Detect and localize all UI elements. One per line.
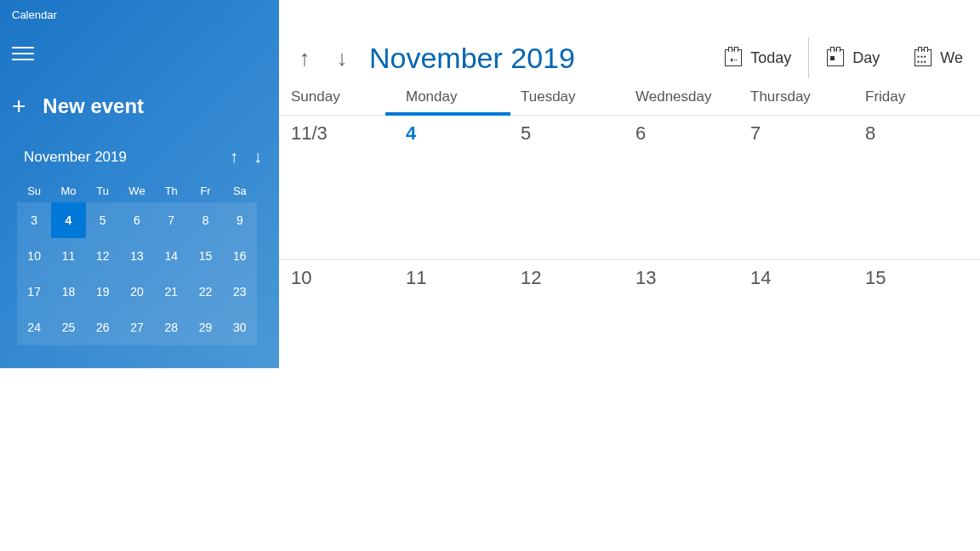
calendar-day-cell[interactable]: 10: [279, 260, 394, 368]
calendar-week-row: 11/345678: [279, 116, 980, 260]
weekday-header: Friday: [853, 82, 968, 115]
day-view-button[interactable]: Day: [809, 34, 897, 82]
mini-day-header: Su: [17, 179, 51, 202]
calendar-day-cell[interactable]: 14: [738, 260, 853, 368]
prev-month-icon[interactable]: ↑: [286, 45, 323, 71]
mini-day-cell[interactable]: 21: [154, 274, 188, 310]
mini-next-month-icon[interactable]: ↓: [254, 147, 262, 167]
mini-prev-month-icon[interactable]: ↑: [230, 147, 238, 167]
mini-day-cell[interactable]: 17: [17, 274, 51, 310]
calendar-day-cell[interactable]: 12: [509, 260, 624, 368]
weekday-header: Monday: [394, 82, 509, 115]
mini-day-cell[interactable]: 11: [51, 238, 85, 274]
mini-day-cell[interactable]: 20: [120, 274, 154, 310]
weekday-header-row: SundayMondayTuesdayWednesdayThursdayFrid…: [279, 82, 980, 116]
mini-day-cell[interactable]: 22: [188, 274, 222, 310]
app-title: Calendar: [0, 0, 279, 21]
new-event-button[interactable]: + New event: [12, 94, 279, 118]
mini-day-cell[interactable]: 14: [154, 238, 188, 274]
mini-day-cell[interactable]: 15: [188, 238, 222, 274]
weekday-header: Thursday: [738, 82, 853, 115]
weekday-header: Wednesday: [624, 82, 738, 115]
mini-calendar-title: November 2019: [24, 149, 127, 166]
mini-day-cell[interactable]: 4: [51, 202, 85, 238]
day-label: Day: [852, 49, 880, 67]
calendar-day-cell[interactable]: 8: [853, 116, 968, 259]
today-button[interactable]: ⇠ Today: [707, 34, 808, 82]
mini-day-header: Fr: [188, 179, 222, 202]
mini-day-cell[interactable]: 13: [120, 238, 154, 274]
mini-day-cell[interactable]: 26: [86, 310, 120, 345]
calendar-week-row: 101112131415: [279, 260, 980, 368]
weekday-header: Sunday: [279, 82, 394, 115]
plus-icon: +: [12, 94, 26, 118]
mini-day-cell[interactable]: 7: [154, 202, 188, 238]
mini-day-cell[interactable]: 12: [86, 238, 120, 274]
next-month-icon[interactable]: ↓: [323, 45, 361, 71]
mini-day-cell[interactable]: 24: [17, 310, 51, 345]
new-event-label: New event: [43, 94, 144, 118]
mini-day-cell[interactable]: 25: [51, 310, 85, 345]
main-area: ↑ ↓ November 2019 ⇠ Today Day ▪▪▪▪▪▪ We …: [279, 0, 980, 368]
mini-day-cell[interactable]: 19: [86, 274, 120, 310]
calendar-day-cell[interactable]: 5: [509, 116, 624, 259]
mini-day-cell[interactable]: 3: [17, 202, 51, 238]
toolbar: ↑ ↓ November 2019 ⇠ Today Day ▪▪▪▪▪▪ We: [279, 0, 980, 82]
mini-day-header: Tu: [86, 179, 120, 202]
calendar-day-cell[interactable]: 7: [738, 116, 853, 259]
week-view-button[interactable]: ▪▪▪▪▪▪ We: [897, 34, 980, 82]
mini-day-header: Sa: [223, 179, 257, 202]
mini-day-cell[interactable]: 28: [154, 310, 188, 345]
mini-day-cell[interactable]: 6: [120, 202, 154, 238]
weekday-header: Tuesday: [509, 82, 624, 115]
calendar-day-cell[interactable]: 6: [624, 116, 738, 259]
calendar-day-cell[interactable]: 11: [394, 260, 509, 368]
calendar-day-cell[interactable]: 13: [624, 260, 738, 368]
calendar-today-icon: ⇠: [725, 49, 742, 66]
sidebar: Calendar + New event November 2019 ↑ ↓ S…: [0, 0, 279, 368]
mini-day-header: Mo: [51, 179, 85, 202]
month-title: November 2019: [369, 42, 575, 75]
mini-day-cell[interactable]: 10: [17, 238, 51, 274]
calendar-day-cell[interactable]: 15: [853, 260, 968, 368]
hamburger-menu-icon[interactable]: [12, 47, 34, 60]
today-label: Today: [750, 49, 791, 67]
calendar-day-cell[interactable]: 11/3: [279, 116, 394, 259]
mini-day-cell[interactable]: 16: [223, 238, 257, 274]
mini-day-header: We: [120, 179, 154, 202]
mini-day-cell[interactable]: 30: [223, 310, 257, 345]
mini-day-cell[interactable]: 29: [188, 310, 222, 345]
mini-day-cell[interactable]: 23: [223, 274, 257, 310]
mini-day-cell[interactable]: 27: [120, 310, 154, 345]
mini-day-header: Th: [154, 179, 188, 202]
mini-day-cell[interactable]: 8: [188, 202, 222, 238]
calendar-day-icon: [827, 49, 844, 66]
mini-day-cell[interactable]: 18: [51, 274, 85, 310]
calendar-week-icon: ▪▪▪▪▪▪: [914, 49, 932, 66]
mini-calendar: SuMoTuWeThFrSa 3456789101112131415161718…: [17, 179, 257, 345]
calendar-day-cell[interactable]: 4: [394, 116, 509, 259]
mini-day-cell[interactable]: 5: [86, 202, 120, 238]
week-label: We: [940, 49, 963, 67]
mini-day-cell[interactable]: 9: [223, 202, 257, 238]
calendar-grid: 11/345678101112131415: [279, 116, 980, 368]
